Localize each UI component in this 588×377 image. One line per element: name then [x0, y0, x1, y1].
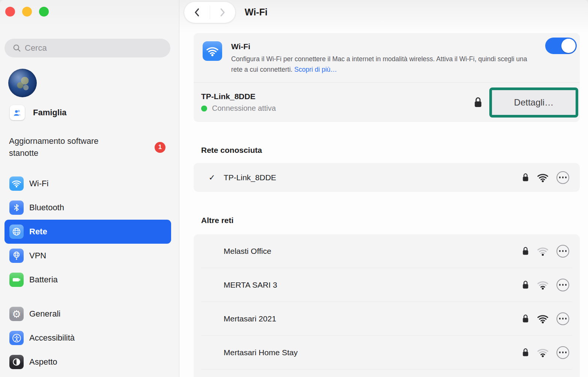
zoom-button[interactable]: [39, 7, 49, 17]
network-name: MERTA SARI 3: [224, 280, 277, 290]
sidebar-item-aspetto[interactable]: Aspetto: [5, 350, 171, 374]
sidebar-item-batteria[interactable]: Batteria: [5, 268, 171, 292]
more-options-button[interactable]: [556, 279, 569, 291]
main-pane: Wi-Fi Wi-Fi Configura: [179, 0, 588, 377]
connected-network-info: TP-Link_8DDE Connessione attiva: [201, 92, 474, 113]
lock-icon: [522, 173, 529, 182]
more-options-button[interactable]: [556, 171, 569, 184]
page-title: Wi-Fi: [245, 0, 268, 24]
learn-more-link[interactable]: Scopri di più…: [294, 66, 337, 73]
search-field[interactable]: [5, 39, 170, 57]
wifi-card: Wi-Fi Configura il Wi-Fi per connettere …: [194, 33, 580, 122]
nav-label: Wi-Fi: [29, 179, 48, 188]
more-options-button[interactable]: [556, 312, 569, 325]
sidebar-nav-primary: Wi-Fi Bluetooth Rete: [5, 172, 171, 292]
accessibility-icon: [9, 331, 24, 345]
window-controls: [0, 0, 179, 17]
connection-status: Connessione attiva: [212, 104, 276, 113]
bluetooth-icon: [9, 201, 24, 215]
more-options-button[interactable]: [556, 346, 569, 359]
profile-label: Famiglia: [33, 108, 66, 118]
other-networks-heading: Altre reti: [201, 216, 580, 225]
network-name: Mertasari 2021: [224, 314, 276, 323]
system-settings-window: Famiglia Aggiornamento software stanotte…: [0, 0, 588, 377]
forward-button[interactable]: [210, 2, 236, 23]
row-stub: [194, 369, 580, 377]
nav-buttons: [184, 2, 235, 23]
toolbar: Wi-Fi: [179, 0, 588, 25]
wifi-icon: [203, 41, 222, 61]
lock-icon: [522, 314, 529, 323]
lock-icon: [474, 97, 483, 108]
sidebar-item-generali[interactable]: ⚙ Generali: [5, 302, 171, 326]
wifi-toggle-row: Wi-Fi Configura il Wi-Fi per connettere …: [194, 33, 580, 82]
wifi-card-title: Wi-Fi: [231, 42, 536, 51]
battery-icon: [9, 273, 24, 287]
status-dot: [201, 106, 207, 112]
content: Wi-Fi Configura il Wi-Fi per connettere …: [179, 33, 588, 377]
sidebar-nav-secondary: ⚙ Generali Accessibilità: [5, 302, 171, 374]
sidebar-item-bluetooth[interactable]: Bluetooth: [5, 196, 171, 220]
signal-icon: [537, 173, 549, 182]
wifi-icon: [9, 176, 24, 191]
network-globe-icon: [9, 225, 24, 239]
connected-network-name: TP-Link_8DDE: [201, 92, 474, 101]
search-icon: [13, 44, 21, 52]
signal-icon: [537, 314, 549, 324]
nav-label: Accessibilità: [29, 333, 75, 343]
lock-icon: [522, 348, 529, 357]
wifi-toggle[interactable]: [545, 38, 577, 54]
network-row[interactable]: Mertasari Home Stay: [194, 336, 580, 369]
search-input[interactable]: [25, 43, 164, 53]
signal-icon: [537, 246, 549, 256]
description-text: Configura il Wi-Fi per connettere il Mac…: [231, 55, 527, 73]
network-row[interactable]: Mertasari 2021: [194, 302, 580, 335]
known-networks-card: ✓ TP-Link_8DDE: [194, 163, 580, 192]
sidebar-item-famiglia[interactable]: Famiglia: [10, 105, 179, 120]
sidebar-item-wifi[interactable]: Wi-Fi: [5, 172, 171, 196]
toggle-knob: [561, 39, 576, 53]
sidebar-item-vpn[interactable]: VPN: [5, 244, 171, 268]
network-name: Mertasari Home Stay: [224, 348, 298, 357]
update-label: Aggiornamento software stanotte: [9, 135, 122, 159]
family-icon: [10, 105, 25, 120]
known-networks-heading: Rete conosciuta: [201, 146, 580, 155]
nav-label: Aspetto: [29, 357, 57, 367]
check-icon: ✓: [209, 173, 224, 182]
lock-icon: [522, 246, 529, 256]
close-button[interactable]: [5, 7, 15, 17]
network-name: Melasti Office: [224, 247, 271, 256]
other-networks-card: Melasti Office MERTA SARI 3: [194, 234, 580, 377]
connected-network-row: TP-Link_8DDE Connessione attiva Dettagli…: [194, 83, 580, 122]
back-button[interactable]: [184, 2, 210, 23]
avatar[interactable]: [8, 69, 37, 97]
nav-label: Generali: [29, 309, 60, 319]
network-name: TP-Link_8DDE: [224, 173, 276, 182]
sidebar-item-accessibilita[interactable]: Accessibilità: [5, 326, 171, 350]
nav-label: Rete: [29, 227, 47, 237]
annotation-highlight: Dettagli…: [489, 87, 578, 118]
notification-badge: 1: [155, 142, 165, 153]
details-button[interactable]: Dettagli…: [492, 90, 576, 115]
network-row[interactable]: ✓ TP-Link_8DDE: [194, 163, 580, 192]
signal-icon: [537, 348, 549, 357]
nav-label: VPN: [29, 251, 46, 261]
more-options-button[interactable]: [556, 245, 569, 258]
appearance-icon: [9, 355, 24, 369]
network-row[interactable]: MERTA SARI 3: [194, 268, 580, 302]
nav-label: Batteria: [29, 275, 58, 285]
vpn-globe-icon: [9, 249, 24, 263]
wifi-card-description: Configura il Wi-Fi per connettere il Mac…: [231, 54, 536, 75]
nav-label: Bluetooth: [29, 203, 64, 213]
sidebar-item-software-update[interactable]: Aggiornamento software stanotte 1: [9, 135, 165, 159]
network-row[interactable]: Melasti Office: [194, 234, 580, 268]
minimize-button[interactable]: [22, 7, 32, 17]
signal-icon: [537, 280, 549, 290]
sidebar-item-rete[interactable]: Rete: [5, 220, 171, 244]
sidebar: Famiglia Aggiornamento software stanotte…: [0, 0, 179, 377]
lock-icon: [522, 280, 529, 290]
gear-icon: ⚙: [9, 307, 24, 321]
